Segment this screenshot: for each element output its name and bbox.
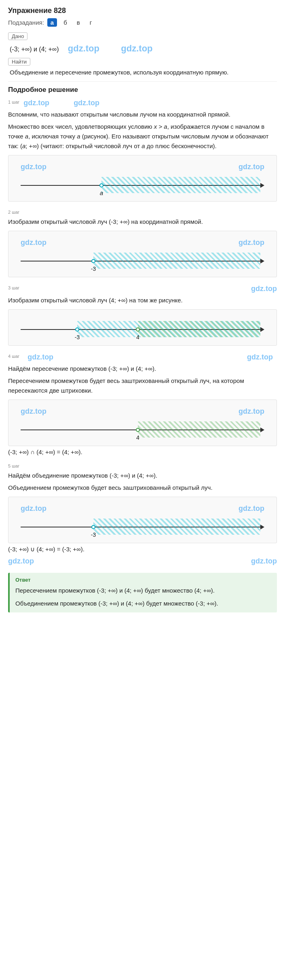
wm-d4-1: gdz.top xyxy=(21,407,46,416)
wm-d2-1: gdz.top xyxy=(21,238,46,247)
answer-line-2: Объединением промежутков (-3; +∞) и (4; … xyxy=(15,598,271,609)
step-1-desc: Вспомним, что называют открытым числовым… xyxy=(8,110,277,119)
wm-d4-2: gdz.top xyxy=(239,407,264,416)
step-5-header: 5 шаг xyxy=(8,463,277,468)
diagram-step1-inner: a xyxy=(13,173,272,197)
nayti-content: Объединение и пересечение промежутков, и… xyxy=(8,67,277,77)
step-1-num: 1 шаг xyxy=(8,99,19,104)
axis-label-4-s4: 4 xyxy=(136,434,139,441)
hatch-step1 xyxy=(101,177,260,193)
diagram-step1: gdz.top gdz.top a xyxy=(8,155,277,202)
subtasks-row: Подзадания: а б в г xyxy=(8,18,277,27)
step-4-header: 4 шаг gdz.top gdz.top xyxy=(8,353,277,361)
step-3: 3 шаг gdz.top Изобразим открытый числово… xyxy=(8,285,277,346)
answer-label: Ответ xyxy=(15,577,271,583)
watermark-s4-1: gdz.top xyxy=(27,353,53,361)
subtask-g[interactable]: г xyxy=(87,18,95,27)
open-circle-a xyxy=(99,183,103,187)
page-title: Упражнение 828 xyxy=(8,6,277,15)
open-circle-minus3-s5 xyxy=(91,525,95,529)
hatch-step5-cyan xyxy=(93,519,260,535)
step-2-num: 2 шаг xyxy=(8,209,19,215)
open-circle-4-s4 xyxy=(136,428,140,432)
diagram-step5-inner: -3 xyxy=(13,514,272,539)
wm-d5-1: gdz.top xyxy=(21,504,46,513)
step-2-desc: Изобразим открытый числовой луч (-3; +∞)… xyxy=(8,217,277,227)
formula-step5: (-3; +∞) ∪ (4; +∞) = (-3; +∞). xyxy=(8,546,277,553)
nayti-label: Найти xyxy=(8,58,30,66)
axis-label-minus3-s2: -3 xyxy=(91,266,96,272)
arrow-5 xyxy=(260,525,264,529)
wm-d2-2: gdz.top xyxy=(239,238,264,247)
formula-step4: (-3; +∞) ∩ (4; +∞) = (4; +∞). xyxy=(8,449,277,455)
step-1: 1 шаг gdz.top gdz.top Вспомним, что назы… xyxy=(8,99,277,202)
answer-box: Ответ Пересечением промежутков (-3; +∞) … xyxy=(8,573,277,612)
step-1-watermarks: gdz.top gdz.top xyxy=(23,99,277,107)
step5-bottom-watermarks: gdz.top gdz.top xyxy=(8,557,277,565)
wm-d1-2: gdz.top xyxy=(239,163,264,171)
hatch-step3-green xyxy=(138,321,260,337)
subtasks-label: Подзадания: xyxy=(8,19,44,26)
diagram-step2: gdz.top gdz.top -3 xyxy=(8,231,277,277)
dado-content: (-3; +∞) и (4; +∞) gdz.top gdz.top xyxy=(8,42,277,55)
axis-label-a: a xyxy=(100,189,103,196)
step-3-num: 3 шаг xyxy=(8,285,19,290)
step-3-header: 3 шаг gdz.top xyxy=(8,285,277,293)
subtask-b[interactable]: б xyxy=(60,18,70,27)
step-5: 5 шаг Найдём объединение промежутков (-3… xyxy=(8,463,277,565)
step-3-desc: Изобразим открытый числовой луч (4; +∞) … xyxy=(8,295,277,305)
arrow-3 xyxy=(260,327,264,332)
dado-text: (-3; +∞) и (4; +∞) xyxy=(10,46,59,53)
wm-d1-1: gdz.top xyxy=(21,163,46,171)
diagram-step3: -3 4 xyxy=(8,309,277,346)
axis-label-4-s3: 4 xyxy=(136,334,139,340)
subtask-v[interactable]: в xyxy=(74,18,83,27)
wm-s5-bot-2: gdz.top xyxy=(251,557,277,565)
watermark-s1-1: gdz.top xyxy=(23,99,49,107)
diagram-s5-watermarks: gdz.top gdz.top xyxy=(13,504,272,513)
step-4-num: 4 шаг xyxy=(8,353,19,359)
watermark-s3: gdz.top xyxy=(251,285,277,293)
divider xyxy=(8,81,277,82)
watermark-s1-2: gdz.top xyxy=(74,99,99,107)
answer-line-1: Пересечением промежутков (-3; +∞) и (4; … xyxy=(15,585,271,596)
watermark-s4-2: gdz.top xyxy=(247,353,273,361)
diagram-s1-watermarks: gdz.top gdz.top xyxy=(13,163,272,171)
diagram-s4-watermarks: gdz.top gdz.top xyxy=(13,407,272,416)
diagram-step3-inner: -3 4 xyxy=(13,317,272,341)
detailed-title: Подробное решение xyxy=(8,86,277,94)
step-1-body: Множество всех чисел, удовлетворяющих ус… xyxy=(8,122,277,151)
step-5-num: 5 шаг xyxy=(8,463,19,468)
dado-box: Дано (-3; +∞) и (4; +∞) gdz.top gdz.top xyxy=(8,32,277,55)
diagram-step5: gdz.top gdz.top -3 xyxy=(8,497,277,543)
open-circle-minus3-s3 xyxy=(75,327,79,332)
diagram-step4-inner: 4 xyxy=(13,417,272,442)
arrow-1 xyxy=(260,183,264,188)
hatch-step2 xyxy=(93,253,260,269)
step-5-body: Объединением промежутков будет весь зашт… xyxy=(8,483,277,493)
watermark-dado-1: gdz.top xyxy=(68,43,99,53)
arrow-4 xyxy=(260,427,264,432)
diagram-step2-inner: -3 xyxy=(13,249,272,273)
step-2-header: 2 шаг xyxy=(8,209,277,215)
watermark-dado-2: gdz.top xyxy=(121,43,152,53)
subtask-a[interactable]: а xyxy=(47,18,57,27)
open-circle-4-s3 xyxy=(136,327,140,332)
step-5-desc: Найдём объединение промежутков (-3; +∞) … xyxy=(8,471,277,480)
diagram-step4: gdz.top gdz.top 4 xyxy=(8,400,277,446)
step-2: 2 шаг Изобразим открытый числовой луч (-… xyxy=(8,209,277,277)
step-4-desc: Найдём пересечение промежутков (-3; +∞) … xyxy=(8,364,277,374)
dado-label: Дано xyxy=(8,32,27,40)
axis-label-minus3-s5: -3 xyxy=(91,531,96,538)
step-1-header: 1 шаг gdz.top gdz.top xyxy=(8,99,277,107)
wm-s5-bot-1: gdz.top xyxy=(8,557,34,565)
page: Упражнение 828 Подзадания: а б в г Дано … xyxy=(0,0,285,619)
step-4-body: Пересечением промежутков будет весь зашт… xyxy=(8,376,277,395)
step-4: 4 шаг gdz.top gdz.top Найдём пересечение… xyxy=(8,353,277,455)
arrow-2 xyxy=(260,259,264,264)
nayti-box: Найти Объединение и пересечение промежут… xyxy=(8,58,277,77)
diagram-s2-watermarks: gdz.top gdz.top xyxy=(13,238,272,247)
wm-d5-2: gdz.top xyxy=(239,504,264,513)
axis-label-minus3-s3: -3 xyxy=(75,334,80,340)
open-circle-minus3 xyxy=(91,259,95,263)
